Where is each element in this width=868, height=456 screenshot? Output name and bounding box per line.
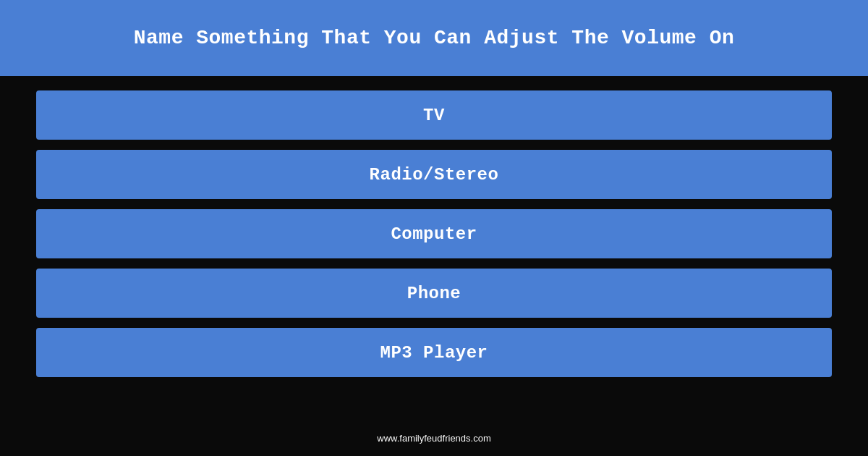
answer-row-3[interactable]: Computer — [36, 209, 832, 258]
answer-text-3: Computer — [391, 224, 477, 244]
footer-section: www.familyfeudfriends.com — [0, 421, 868, 456]
answer-text-1: TV — [423, 106, 445, 125]
answers-section: TVRadio/StereoComputerPhoneMP3 Player — [0, 76, 868, 421]
answer-row-2[interactable]: Radio/Stereo — [36, 150, 832, 199]
answer-text-5: MP3 Player — [380, 343, 488, 363]
answer-text-2: Radio/Stereo — [370, 165, 499, 185]
answer-row-5[interactable]: MP3 Player — [36, 328, 832, 377]
answer-row-4[interactable]: Phone — [36, 269, 832, 318]
footer-url: www.familyfeudfriends.com — [377, 433, 491, 444]
answer-text-4: Phone — [407, 284, 461, 303]
question-title: Name Something That You Can Adjust The V… — [134, 27, 735, 49]
answer-row-1[interactable]: TV — [36, 90, 832, 140]
header-section: Name Something That You Can Adjust The V… — [0, 0, 868, 76]
